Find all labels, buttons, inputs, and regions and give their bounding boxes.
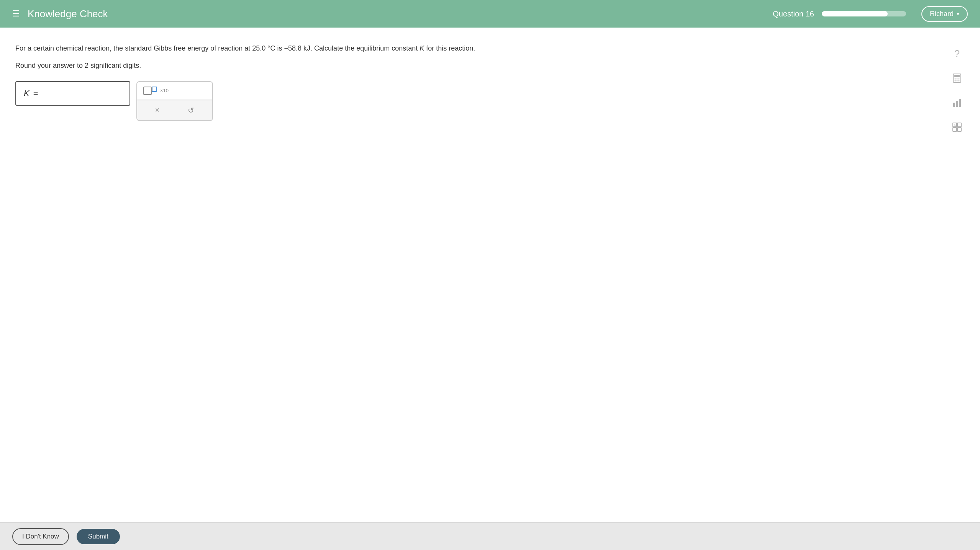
sci-clear-button[interactable]: × [151, 104, 164, 116]
question-label: Question 16 [773, 10, 814, 18]
app-header: ☰ Knowledge Check Question 16 Richard ▾ [0, 0, 980, 28]
svg-point-4 [959, 79, 960, 80]
submit-button[interactable]: Submit [77, 529, 120, 544]
user-menu-button[interactable]: Richard ▾ [921, 6, 968, 22]
question-line1: For a certain chemical reaction, the sta… [15, 43, 949, 54]
user-name: Richard [930, 10, 954, 18]
k-input-box: K = [15, 81, 130, 106]
periodic-table-icon[interactable]: Ar [949, 119, 965, 135]
chevron-down-icon: ▾ [957, 11, 959, 17]
svg-rect-12 [957, 123, 961, 127]
svg-rect-10 [959, 99, 961, 107]
svg-point-7 [959, 80, 960, 82]
sci-notation-actions: × ↺ [137, 100, 212, 120]
menu-icon[interactable]: ☰ [12, 9, 20, 19]
app-title: Knowledge Check [28, 8, 773, 20]
svg-point-5 [955, 80, 956, 82]
main-content: For a certain chemical reaction, the sta… [0, 28, 980, 522]
progress-bar-fill [822, 11, 888, 16]
scientific-notation-panel: ×10 × ↺ [136, 81, 213, 121]
k-variable-label: K [24, 88, 29, 98]
svg-rect-13 [953, 128, 957, 131]
svg-point-2 [955, 79, 956, 80]
svg-rect-8 [953, 103, 955, 107]
content-area: For a certain chemical reaction, the sta… [15, 43, 949, 515]
help-icon[interactable]: ? [949, 46, 965, 61]
chart-icon[interactable] [949, 95, 965, 110]
sci-base-box [143, 87, 152, 95]
sci-undo-button[interactable]: ↺ [184, 104, 198, 116]
svg-point-3 [957, 79, 958, 80]
k-answer-input[interactable] [42, 88, 88, 98]
svg-rect-1 [954, 75, 960, 77]
svg-rect-9 [956, 101, 958, 107]
right-sidebar: ? [949, 43, 965, 515]
calculator-icon[interactable] [949, 70, 965, 86]
sci-x10-label: ×10 [160, 88, 169, 93]
dont-know-button[interactable]: I Don't Know [12, 528, 69, 545]
sci-notation-top: ×10 [137, 82, 212, 100]
footer: I Don't Know Submit [0, 522, 980, 550]
equals-sign: = [33, 88, 38, 98]
svg-rect-14 [957, 128, 961, 131]
progress-bar [822, 11, 906, 16]
question-line2: Round your answer to 2 significant digit… [15, 62, 949, 70]
answer-row: K = ×10 × ↺ [15, 81, 949, 121]
sci-exponent-box [152, 87, 157, 92]
svg-text:Ar: Ar [954, 124, 957, 127]
svg-point-6 [957, 80, 958, 82]
